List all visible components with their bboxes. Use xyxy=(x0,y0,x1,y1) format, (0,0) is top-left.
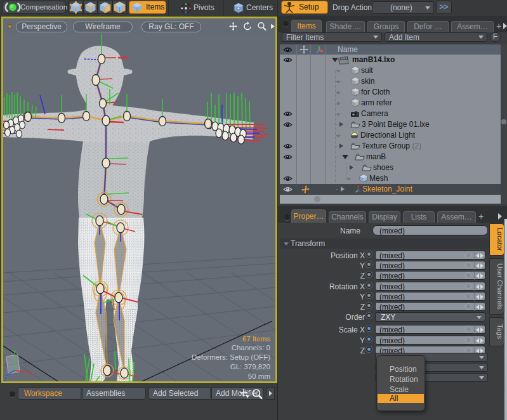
svg-text:50 mm: 50 mm xyxy=(248,372,270,380)
svg-text:Channels: 0: Channels: 0 xyxy=(232,344,270,351)
svg-text:67 Items: 67 Items xyxy=(242,335,270,343)
svg-text:GL: 379,820: GL: 379,820 xyxy=(230,363,270,371)
svg-text:Deformers: Setup (OFF): Deformers: Setup (OFF) xyxy=(192,353,270,361)
svg-text:X: X xyxy=(30,371,34,377)
svg-text:Y: Y xyxy=(13,349,16,355)
svg-text:Z: Z xyxy=(3,376,7,381)
